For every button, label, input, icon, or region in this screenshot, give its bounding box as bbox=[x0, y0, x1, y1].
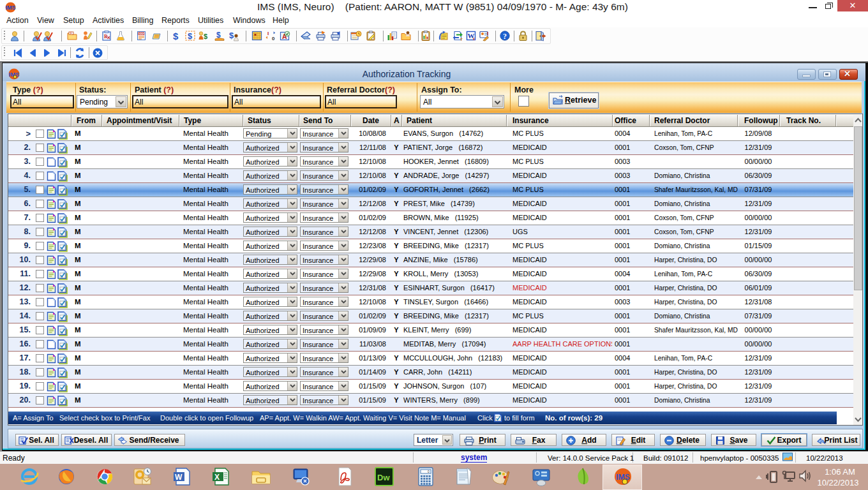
svg-text:T: T bbox=[460, 38, 463, 41]
svg-text:W: W bbox=[175, 473, 183, 482]
svg-text:I: I bbox=[473, 36, 475, 41]
svg-text:DOC: DOC bbox=[138, 33, 144, 35]
svg-text:F: F bbox=[70, 32, 72, 35]
svg-text:I: I bbox=[487, 31, 488, 36]
svg-text:0: 0 bbox=[272, 36, 275, 41]
svg-text:IMS: IMS bbox=[5, 4, 15, 11]
svg-text:$: $ bbox=[229, 31, 234, 40]
svg-text:I: I bbox=[267, 31, 269, 36]
svg-text:Dw: Dw bbox=[377, 473, 390, 482]
svg-text:$: $ bbox=[188, 31, 193, 41]
svg-text:$: $ bbox=[173, 31, 179, 41]
svg-text:0: 0 bbox=[428, 470, 430, 473]
svg-text:X: X bbox=[214, 473, 220, 482]
svg-text:?: ? bbox=[503, 32, 507, 41]
svg-text:$: $ bbox=[204, 33, 207, 40]
